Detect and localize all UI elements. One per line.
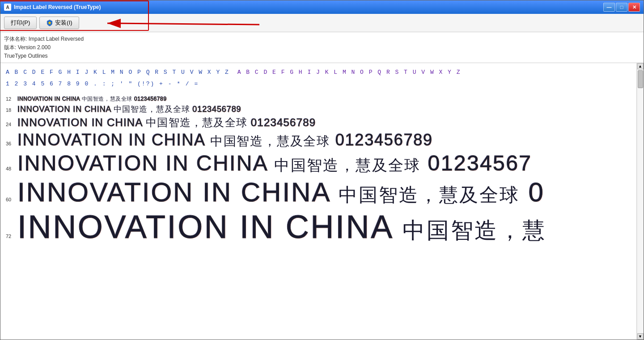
- sample-text-72: INNOVATION IN CHINA 中国智造，慧: [17, 208, 547, 246]
- size-label-12: 12: [6, 96, 17, 102]
- charset-row-upper: A B C D E F G H I J K L M N O P Q R S T …: [6, 68, 631, 76]
- chinese-72: 中国智造，慧: [402, 218, 547, 243]
- chinese-36: 中国智造，慧及全球: [210, 134, 330, 148]
- chinese-12: 中国智造，慧及全球: [82, 96, 132, 102]
- sample-row-72: 72 INNOVATION IN CHINA 中国智造，慧: [6, 208, 631, 246]
- sample-text-12: INNOVATION IN CHINA 中国智造，慧及全球 0123456789: [17, 95, 167, 103]
- sample-text-60: INNOVATION IN CHINA 中国智造，慧及全球 0: [17, 177, 545, 208]
- sample-text-36: INNOVATION IN CHINA 中国智造，慧及全球 0123456789: [17, 131, 433, 150]
- size-label-36: 36: [6, 141, 17, 146]
- maximize-button[interactable]: □: [616, 3, 627, 12]
- title-bar: A Impact Label Reversed (TrueType) — □ ✕: [0, 0, 644, 14]
- main-window: A Impact Label Reversed (TrueType) — □ ✕…: [0, 0, 644, 340]
- sample-row-24: 24 INNOVATION IN CHINA 中国智造，慧及全球 0123456…: [6, 115, 631, 130]
- sample-row-18: 18 INNOVATION IN CHINA 中国智造，慧及全球 0123456…: [6, 104, 631, 115]
- install-label: 安装(I): [55, 19, 72, 27]
- sample-text-18: INNOVATION IN CHINA 中国智造，慧及全球 0123456789: [17, 104, 241, 115]
- font-version-line: 版本: Version 2.000: [4, 43, 640, 52]
- size-label-72: 72: [6, 234, 17, 239]
- scroll-up-button[interactable]: ▲: [637, 63, 644, 69]
- size-label-18: 18: [6, 107, 17, 113]
- chinese-24: 中国智造，慧及全球: [146, 117, 247, 128]
- size-label-60: 60: [6, 197, 17, 202]
- size-label-24: 24: [6, 122, 17, 127]
- scroll-thumb[interactable]: [638, 70, 643, 88]
- window-title: Impact Label Reversed (TrueType): [14, 4, 603, 10]
- print-label: 打印(P): [11, 19, 30, 27]
- sample-row-12: 12 INNOVATION IN CHINA 中国智造，慧及全球 0123456…: [6, 95, 631, 103]
- print-button[interactable]: 打印(P): [4, 17, 37, 29]
- size-label-48: 48: [6, 166, 17, 171]
- charset-row-numbers: 1 2 3 4 5 6 7 8 9 0 . : ; ' " (!?) + - *…: [6, 79, 631, 88]
- install-icon: [46, 19, 53, 26]
- title-bar-buttons: — □ ✕: [603, 3, 640, 12]
- charset-numbers: 1 2 3 4 5 6 7 8 9 0 . : ; ' " (!?) + - *…: [6, 81, 199, 87]
- shield-star-icon: [46, 19, 53, 26]
- install-button[interactable]: 安装(I): [39, 17, 79, 29]
- sample-text-24: INNOVATION IN CHINA 中国智造，慧及全球 0123456789: [17, 115, 316, 130]
- sample-row-48: 48 INNOVATION IN CHINA 中国智造，慧及全球 0123456…: [6, 151, 631, 176]
- scroll-track: [638, 69, 643, 333]
- scrollbar[interactable]: ▲ ▼: [636, 63, 644, 340]
- font-name-line: 字体名称: Impact Label Reversed: [4, 35, 640, 43]
- font-preview-area[interactable]: A B C D E F G H I J K L M N O P Q R S T …: [0, 63, 636, 340]
- scroll-down-button[interactable]: ▼: [637, 333, 644, 340]
- chinese-18: 中国智造，慧及全球: [114, 105, 190, 114]
- chinese-48: 中国智造，慧及全球: [274, 157, 421, 174]
- chinese-60: 中国智造，慧及全球: [339, 185, 520, 205]
- sample-text-48: INNOVATION IN CHINA 中国智造，慧及全球 01234567: [17, 151, 532, 176]
- sample-row-36: 36 INNOVATION IN CHINA 中国智造，慧及全球 0123456…: [6, 131, 631, 150]
- close-button[interactable]: ✕: [628, 3, 640, 12]
- sample-row-60: 60 INNOVATION IN CHINA 中国智造，慧及全球 0: [6, 177, 631, 208]
- font-type-line: TrueType Outlines: [4, 52, 640, 60]
- minimize-button[interactable]: —: [603, 3, 615, 12]
- main-content: A B C D E F G H I J K L M N O P Q R S T …: [0, 63, 644, 340]
- charset-lowercase: A B C D E F G H I J K L M N O P Q R S T …: [237, 69, 461, 76]
- toolbar: 打印(P) 安装(I): [0, 14, 644, 32]
- font-info-panel: 字体名称: Impact Label Reversed 版本: Version …: [0, 32, 644, 63]
- window-icon: A: [4, 4, 11, 11]
- charset-uppercase: A B C D E F G H I J K L M N O P Q R S T …: [6, 69, 229, 76]
